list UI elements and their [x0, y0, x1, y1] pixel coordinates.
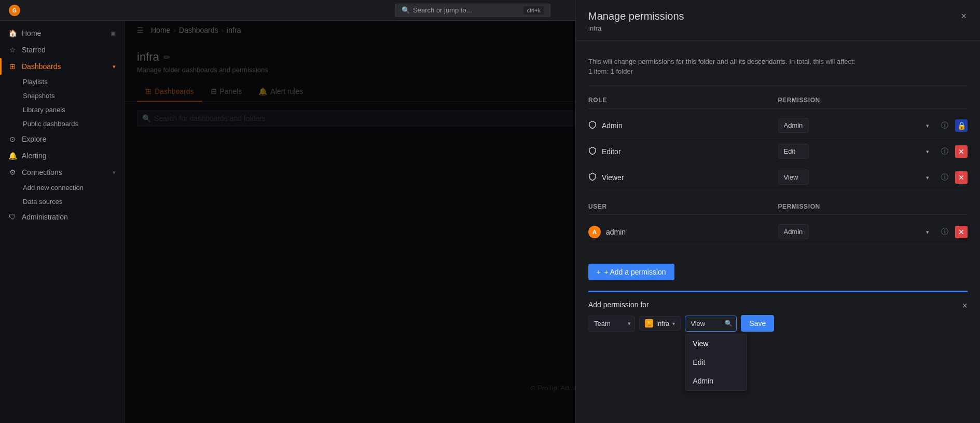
search-icon: 🔍	[402, 6, 410, 14]
perm-user-admin: A admin	[588, 226, 778, 238]
admin-lock-btn[interactable]: 🔒	[955, 119, 968, 132]
home-icon: 🏠	[8, 29, 17, 37]
sidebar-item-dashboards[interactable]: ⊞ Dashboards ▾	[0, 58, 124, 75]
add-perm-close-btn[interactable]: ×	[962, 301, 968, 311]
viewer-select-wrap: ViewEditAdmin	[778, 170, 935, 185]
admin-perm-select[interactable]: AdminEditView	[778, 118, 809, 133]
viewer-perm-right: ViewEditAdmin ⓘ ✕	[778, 170, 968, 185]
add-perm-plus-icon: +	[597, 268, 601, 276]
view-input-wrap: 🔍 View Edit Admin	[685, 316, 737, 332]
sidebar-item-home[interactable]: 🏠 Home ▣	[0, 25, 124, 42]
users-header: User Permission	[588, 203, 968, 215]
topbar-search[interactable]: 🔍 Search or jump to... ctrl+k	[395, 4, 550, 17]
sidebar-item-explore[interactable]: ⊙ Explore	[0, 131, 124, 147]
info-text: This will change permissions for this fo…	[588, 58, 968, 65]
editor-select-wrap: ViewEditAdmin	[778, 144, 935, 159]
modal-close-button[interactable]: ×	[960, 10, 968, 22]
sidebar-item-administration[interactable]: 🛡 Administration	[0, 209, 124, 225]
admin-info-btn[interactable]: ⓘ	[938, 119, 951, 132]
user-admin-select-wrap: AdminEditView	[778, 224, 935, 239]
sidebar-sub-playlists[interactable]: Playlists	[0, 75, 124, 89]
info-count: 1 item: 1 folder	[588, 67, 968, 75]
user-admin-avatar: A	[588, 226, 601, 238]
viewer-delete-btn[interactable]: ✕	[955, 171, 968, 184]
editor-role-label: Editor	[602, 147, 621, 156]
sidebar-label-alerting: Alerting	[22, 152, 46, 160]
search-label: Search or jump to...	[413, 6, 472, 14]
admin-icon: 🛡	[8, 213, 17, 221]
roles-header-role: Role	[588, 97, 778, 104]
perm-row-editor: Editor ViewEditAdmin ⓘ ✕	[588, 139, 968, 165]
modal-panel: Manage permissions infra × This will cha…	[575, 0, 980, 423]
sidebar-sub-public-dashboards[interactable]: Public dashboards	[0, 117, 124, 131]
sidebar-item-connections[interactable]: ⚙ Connections ▾	[0, 164, 124, 181]
modal-title: Manage permissions	[588, 10, 684, 22]
sidebar-label-connections: Connections	[22, 168, 62, 176]
save-permission-button[interactable]: Save	[741, 315, 774, 332]
modal-subtitle: infra	[588, 24, 684, 32]
sidebar-label-explore: Explore	[22, 135, 46, 143]
permission-dropdown-menu: View Edit Admin	[685, 334, 747, 391]
user-admin-perm-select[interactable]: AdminEditView	[778, 224, 809, 239]
team-icon: 🏆	[645, 319, 653, 328]
star-icon: ☆	[8, 46, 17, 54]
team-name-select[interactable]: 🏆 infra ▾	[639, 316, 681, 331]
topbar-left: G	[8, 4, 21, 17]
team-chevron: ▾	[672, 321, 675, 326]
sidebar-item-starred[interactable]: ☆ Starred	[0, 42, 124, 58]
shortcut-badge: ctrl+k	[523, 6, 544, 15]
sidebar-item-alerting[interactable]: 🔔 Alerting	[0, 147, 124, 164]
type-dropdown[interactable]: Viewer Editor Admin Team User	[588, 316, 635, 332]
grafana-logo: G	[8, 4, 21, 17]
modal-header-content: Manage permissions infra	[588, 10, 684, 32]
sidebar-label-administration: Administration	[22, 213, 68, 221]
sidebar-sub-add-connection[interactable]: Add new connection	[0, 181, 124, 195]
admin-select-wrap: AdminEditView	[778, 118, 935, 133]
connections-expand-icon: ▾	[113, 169, 116, 176]
sidebar-collapse-icon: ▣	[111, 30, 116, 37]
perm-role-viewer: Viewer	[588, 172, 778, 182]
shield-admin-icon	[588, 120, 597, 130]
dashboards-icon: ⊞	[8, 62, 17, 71]
roles-header-perm: Permission	[778, 97, 968, 104]
type-dropdown-wrap: Viewer Editor Admin Team User	[588, 316, 635, 332]
explore-icon: ⊙	[8, 135, 17, 143]
sidebar-sub-data-sources[interactable]: Data sources	[0, 195, 124, 209]
sidebar-label-dashboards: Dashboards	[22, 62, 61, 71]
editor-delete-btn[interactable]: ✕	[955, 145, 968, 158]
shield-viewer-icon	[588, 172, 597, 182]
add-perm-title: Add permission for	[588, 301, 968, 309]
add-permission-button[interactable]: + + Add a permission	[588, 264, 674, 280]
sidebar: 🏠 Home ▣ ☆ Starred ⊞ Dashboards ▾ Playli…	[0, 21, 125, 423]
sidebar-sub-snapshots[interactable]: Snapshots	[0, 89, 124, 103]
sidebar-sub-library-panels[interactable]: Library panels	[0, 103, 124, 117]
perm-role-admin: Admin	[588, 120, 778, 130]
team-name-label: infra	[656, 320, 669, 328]
modal-header: Manage permissions infra ×	[576, 0, 980, 41]
editor-perm-right: ViewEditAdmin ⓘ ✕	[778, 144, 968, 159]
user-admin-info-btn[interactable]: ⓘ	[938, 226, 951, 238]
editor-info-btn[interactable]: ⓘ	[938, 145, 951, 158]
user-admin-label: admin	[606, 228, 626, 236]
add-permission-section: × Add permission for Viewer Editor Admin…	[588, 291, 968, 332]
svg-text:G: G	[12, 8, 17, 13]
dropdown-option-edit[interactable]: Edit	[685, 353, 747, 372]
editor-perm-select[interactable]: ViewEditAdmin	[778, 144, 809, 159]
dropdown-option-admin[interactable]: Admin	[685, 372, 747, 390]
perm-row-admin: Admin AdminEditView ⓘ 🔒	[588, 113, 968, 139]
perm-row-user-admin: A admin AdminEditView ⓘ ✕	[588, 219, 968, 245]
modal-body: This will change permissions for this fo…	[576, 41, 980, 423]
viewer-perm-select[interactable]: ViewEditAdmin	[778, 170, 809, 185]
viewer-info-btn[interactable]: ⓘ	[938, 171, 951, 184]
alerting-icon: 🔔	[8, 152, 17, 160]
user-admin-perm-right: AdminEditView ⓘ ✕	[778, 224, 968, 239]
dropdown-option-view[interactable]: View	[685, 334, 747, 353]
users-section: User Permission A admin AdminEditView ⓘ …	[588, 203, 968, 245]
viewer-role-label: Viewer	[602, 173, 624, 182]
perm-role-editor: Editor	[588, 146, 778, 156]
users-header-perm: Permission	[778, 203, 968, 210]
roles-section: Role Permission Admin AdminEditV	[588, 97, 968, 190]
admin-perm-right: AdminEditView ⓘ 🔒	[778, 118, 968, 133]
user-admin-delete-btn[interactable]: ✕	[955, 226, 968, 238]
sidebar-label-home: Home	[22, 29, 41, 37]
